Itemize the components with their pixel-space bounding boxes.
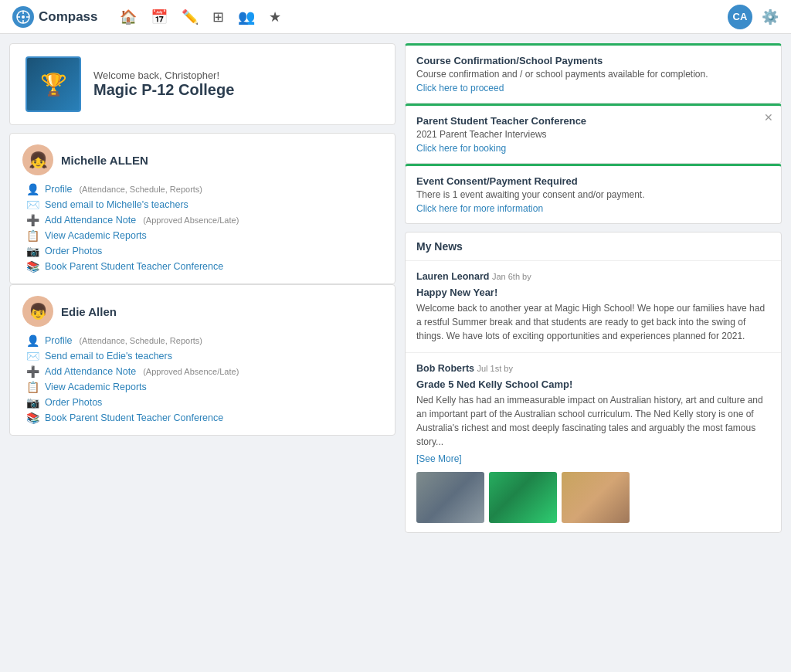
student-action-0-0: 👤Profile(Attendance, Schedule, Reports) bbox=[25, 183, 382, 195]
notification-card-course-confirmation: Course Confirmation/School PaymentsCours… bbox=[405, 43, 782, 104]
action-icon-1-5: 📚 bbox=[25, 412, 39, 424]
action-link-1-3[interactable]: View Academic Reports bbox=[45, 382, 147, 392]
action-icon-0-0: 👤 bbox=[25, 183, 39, 195]
student-actions-1: 👤Profile(Attendance, Schedule, Reports)✉… bbox=[22, 334, 382, 424]
action-icon-1-3: 📋 bbox=[25, 381, 39, 393]
welcome-text: Welcome back, Christopher! Magic P-12 Co… bbox=[93, 70, 234, 99]
action-link-1-5[interactable]: Book Parent Student Teacher Conference bbox=[45, 412, 223, 423]
student-action-0-5: 📚Book Parent Student Teacher Conference bbox=[25, 260, 382, 273]
news-see-more-1[interactable]: [See More] bbox=[416, 453, 770, 464]
news-author-0: Lauren Leonard Jan 6th by bbox=[416, 270, 770, 282]
student-cards-container: 👧Michelle ALLEN👤Profile(Attendance, Sche… bbox=[9, 133, 396, 436]
action-link-0-5[interactable]: Book Parent Student Teacher Conference bbox=[45, 261, 223, 272]
calendar-icon[interactable]: 📅 bbox=[151, 8, 168, 25]
news-section: My News Lauren Leonard Jan 6th byHappy N… bbox=[405, 232, 782, 533]
people-icon[interactable]: 👥 bbox=[238, 8, 255, 25]
notification-card-event-consent: Event Consent/Payment RequiredThere is 1… bbox=[405, 164, 782, 224]
news-body-1: Ned Kelly has had an immeasurable impact… bbox=[416, 393, 770, 449]
apps-icon[interactable]: ⊞ bbox=[212, 8, 224, 25]
student-action-0-4: 📷Order Photos bbox=[25, 245, 382, 257]
action-link-0-4[interactable]: Order Photos bbox=[45, 246, 102, 256]
notification-card-parent-conference: Parent Student Teacher Conference2021 Pa… bbox=[405, 104, 782, 164]
news-items-container: Lauren Leonard Jan 6th byHappy New Year!… bbox=[406, 261, 781, 532]
student-header-0: 👧Michelle ALLEN bbox=[22, 144, 382, 175]
news-image-1-2 bbox=[562, 472, 630, 523]
action-sub-1-0: (Attendance, Schedule, Reports) bbox=[79, 336, 202, 345]
home-icon[interactable]: 🏠 bbox=[120, 8, 137, 25]
news-author-name-1: Bob Roberts bbox=[416, 363, 477, 374]
school-name: Magic P-12 College bbox=[93, 81, 234, 99]
action-icon-0-1: ✉️ bbox=[25, 199, 39, 211]
action-icon-0-2: ➕ bbox=[25, 214, 39, 226]
action-link-0-1[interactable]: Send email to Michelle's teachers bbox=[45, 199, 188, 210]
student-avatar-0: 👧 bbox=[22, 144, 53, 175]
notif-link-0[interactable]: Click here to proceed bbox=[416, 83, 504, 93]
brand[interactable]: Compass bbox=[12, 6, 98, 28]
nav-icons: 🏠 📅 ✏️ ⊞ 👥 ★ bbox=[120, 8, 714, 25]
topnav-right: CA ⚙️ bbox=[728, 5, 779, 29]
news-item-0: Lauren Leonard Jan 6th byHappy New Year!… bbox=[406, 261, 781, 353]
notif-title-0: Course Confirmation/School Payments bbox=[416, 55, 770, 66]
notif-link-1[interactable]: Click here for booking bbox=[416, 143, 506, 154]
news-date-0: Jan 6th by bbox=[492, 272, 531, 281]
student-action-0-3: 📋View Academic Reports bbox=[25, 229, 382, 242]
action-icon-1-0: 👤 bbox=[25, 334, 39, 347]
notif-desc-1: 2021 Parent Teacher Interviews bbox=[416, 129, 770, 140]
student-actions-0: 👤Profile(Attendance, Schedule, Reports)✉… bbox=[22, 183, 382, 273]
user-avatar[interactable]: CA bbox=[728, 5, 752, 29]
action-icon-0-5: 📚 bbox=[25, 260, 39, 273]
student-card-0: 👧Michelle ALLEN👤Profile(Attendance, Sche… bbox=[9, 133, 396, 284]
student-name-0: Michelle ALLEN bbox=[61, 154, 148, 167]
news-author-1: Bob Roberts Jul 1st by bbox=[416, 362, 770, 374]
top-navigation: Compass 🏠 📅 ✏️ ⊞ 👥 ★ CA ⚙️ bbox=[0, 0, 791, 34]
welcome-card: 🏆 Welcome back, Christopher! Magic P-12 … bbox=[9, 43, 396, 125]
news-item-1: Bob Roberts Jul 1st byGrade 5 Ned Kelly … bbox=[406, 353, 781, 532]
student-avatar-1: 👦 bbox=[22, 296, 53, 327]
student-card-1: 👦Edie Allen👤Profile(Attendance, Schedule… bbox=[9, 284, 396, 436]
favorites-icon[interactable]: ★ bbox=[269, 8, 281, 25]
notif-title-2: Event Consent/Payment Required bbox=[416, 175, 770, 187]
news-image-1-0 bbox=[416, 472, 484, 523]
compass-logo bbox=[12, 6, 34, 28]
student-action-1-5: 📚Book Parent Student Teacher Conference bbox=[25, 412, 382, 424]
student-action-1-3: 📋View Academic Reports bbox=[25, 381, 382, 393]
action-icon-1-2: ➕ bbox=[25, 365, 39, 378]
left-column: 🏆 Welcome back, Christopher! Magic P-12 … bbox=[9, 43, 396, 533]
news-author-name-0: Lauren Leonard bbox=[416, 271, 492, 282]
notifications-container: Course Confirmation/School PaymentsCours… bbox=[405, 43, 782, 224]
action-link-1-1[interactable]: Send email to Edie's teachers bbox=[45, 351, 172, 361]
student-action-1-4: 📷Order Photos bbox=[25, 396, 382, 409]
svg-point-1 bbox=[22, 15, 25, 19]
news-date-1: Jul 1st by bbox=[477, 364, 512, 373]
action-sub-1-2: (Approved Absence/Late) bbox=[143, 367, 239, 376]
edit-icon[interactable]: ✏️ bbox=[182, 8, 199, 25]
student-action-0-1: ✉️Send email to Michelle's teachers bbox=[25, 199, 382, 211]
settings-icon[interactable]: ⚙️ bbox=[762, 8, 779, 25]
action-sub-0-0: (Attendance, Schedule, Reports) bbox=[79, 185, 202, 194]
notif-close-1[interactable]: ✕ bbox=[764, 112, 773, 123]
right-column: Course Confirmation/School PaymentsCours… bbox=[405, 43, 782, 533]
action-link-0-2[interactable]: Add Attendance Note bbox=[45, 215, 136, 226]
school-logo: 🏆 bbox=[25, 56, 81, 112]
notif-link-2[interactable]: Click here for more information bbox=[416, 203, 543, 214]
brand-name: Compass bbox=[39, 9, 98, 25]
news-headline-0: Happy New Year! bbox=[416, 287, 770, 298]
action-link-1-4[interactable]: Order Photos bbox=[45, 397, 102, 408]
notif-desc-2: There is 1 event awaiting your consent a… bbox=[416, 189, 770, 200]
action-link-0-0[interactable]: Profile bbox=[45, 184, 72, 195]
action-sub-0-2: (Approved Absence/Late) bbox=[143, 216, 239, 225]
news-image-1-1 bbox=[489, 472, 557, 523]
notif-desc-0: Course confirmation and / or school paym… bbox=[416, 69, 770, 80]
news-body-0: Welcome back to another year at Magic Hi… bbox=[416, 301, 770, 343]
student-action-1-1: ✉️Send email to Edie's teachers bbox=[25, 350, 382, 362]
action-link-1-0[interactable]: Profile bbox=[45, 335, 72, 346]
news-header: My News bbox=[406, 232, 781, 261]
action-link-0-3[interactable]: View Academic Reports bbox=[45, 230, 147, 241]
news-images-1 bbox=[416, 472, 770, 523]
action-link-1-2[interactable]: Add Attendance Note bbox=[45, 366, 136, 377]
news-headline-1: Grade 5 Ned Kelly School Camp! bbox=[416, 378, 770, 390]
student-name-1: Edie Allen bbox=[61, 305, 117, 318]
welcome-back-text: Welcome back, Christopher! bbox=[93, 70, 234, 81]
student-action-0-2: ➕Add Attendance Note(Approved Absence/La… bbox=[25, 214, 382, 226]
action-icon-1-1: ✉️ bbox=[25, 350, 39, 362]
